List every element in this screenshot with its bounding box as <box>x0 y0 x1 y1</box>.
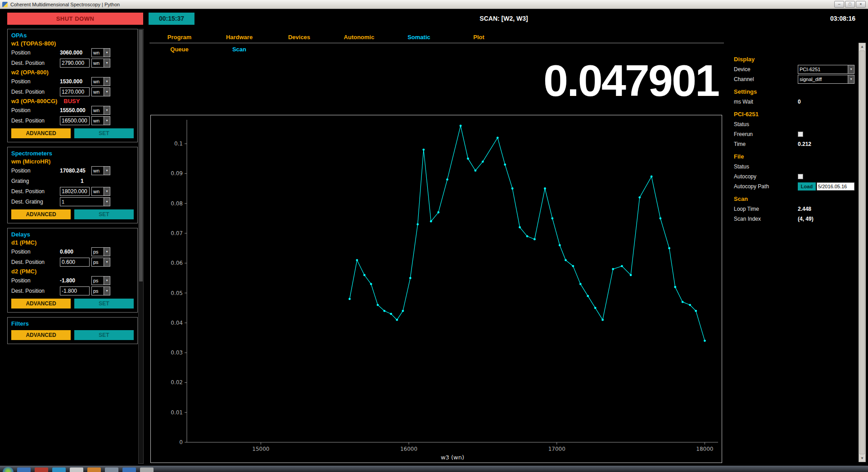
data-point <box>601 319 604 321</box>
device-combo[interactable]: PCI-6251 ▾ <box>798 65 854 74</box>
status-label: Status <box>734 121 798 127</box>
taskbar-app-icon[interactable] <box>122 467 136 472</box>
autocopy-checkbox[interactable] <box>798 174 803 179</box>
taskbar-app-icon[interactable] <box>87 467 101 472</box>
combo-value: signal_diff <box>798 77 848 82</box>
spectrometers-set-button[interactable]: SET <box>74 209 134 219</box>
filters-set-button[interactable]: SET <box>74 330 134 340</box>
maximize-button[interactable]: □ <box>845 1 855 8</box>
combo-value: PCI-6251 <box>798 67 848 72</box>
w3-position-row: Position 15550.000 wn ▾ <box>11 106 134 115</box>
chevron-down-icon: ▾ <box>104 167 110 175</box>
d2-position-units-combo[interactable]: ps ▾ <box>91 276 110 285</box>
d2-dest-input[interactable] <box>60 286 90 295</box>
w3-dest-input[interactable] <box>60 116 90 125</box>
spectrometers-advanced-button[interactable]: ADVANCED <box>11 209 71 219</box>
w3-dest-units-combo[interactable]: wn ▾ <box>91 116 110 125</box>
w2-dest-units-combo[interactable]: wn ▾ <box>91 87 110 96</box>
scroll-down-icon[interactable]: ▼ <box>859 455 865 462</box>
d1-dest-units-combo[interactable]: ps ▾ <box>91 258 110 267</box>
w2-position-units-combo[interactable]: wn ▾ <box>91 77 110 86</box>
tab-somatic[interactable]: Somatic <box>389 32 449 43</box>
sidebar-scrollbar-thumb[interactable] <box>139 30 143 281</box>
d1-position-units-combo[interactable]: ps ▾ <box>91 247 110 256</box>
tab-program[interactable]: Program <box>149 32 209 43</box>
tab-plot[interactable]: Plot <box>449 32 509 43</box>
opa-w1-name: w1 (TOPAS-800) <box>11 40 56 47</box>
combo-value: wn <box>92 60 104 66</box>
ms-wait-label: ms Wait <box>734 99 798 105</box>
delay-d1-header: d1 (PMC) <box>11 239 134 246</box>
data-point <box>416 223 419 226</box>
w1-position-units-combo[interactable]: wn ▾ <box>91 48 110 57</box>
dest-position-label: Dest. Position <box>11 188 60 195</box>
y-tick-label: 0.07 <box>171 230 183 236</box>
d1-dest-row: Dest. Position ps ▾ <box>11 258 134 267</box>
w2-dest-input[interactable] <box>60 87 90 96</box>
combo-value: wn <box>92 118 104 123</box>
wm-dest-grating-combo[interactable]: 1 ▾ <box>60 197 110 206</box>
taskbar-app-icon[interactable] <box>70 467 83 472</box>
tab-devices[interactable]: Devices <box>269 32 329 43</box>
y-tick-label: 0.09 <box>171 170 183 177</box>
w1-dest-units-combo[interactable]: wn ▾ <box>91 59 110 68</box>
scroll-up-icon[interactable]: ▲ <box>859 43 865 50</box>
chevron-down-icon: ▾ <box>104 106 110 114</box>
wm-dest-units-combo[interactable]: wn ▾ <box>91 187 110 196</box>
delays-set-button[interactable]: SET <box>74 299 134 309</box>
dest-position-label: Dest. Position <box>11 118 60 124</box>
chevron-down-icon: ▾ <box>104 49 110 57</box>
autocopy-path-input[interactable] <box>817 182 854 191</box>
channel-combo[interactable]: signal_diff ▾ <box>798 75 854 84</box>
tab-hardware[interactable]: Hardware <box>209 32 269 43</box>
tab-queue[interactable]: Queue <box>149 44 209 55</box>
delays-button-row: ADVANCED SET <box>11 299 134 309</box>
opa-w2-name: w2 (OPA-800) <box>11 69 49 76</box>
minimize-button[interactable]: – <box>834 1 844 8</box>
shutdown-button[interactable]: SHUT DOWN <box>7 13 143 25</box>
chevron-down-icon: ▾ <box>104 117 110 125</box>
filters-advanced-button[interactable]: ADVANCED <box>11 330 71 340</box>
taskbar-app-icon[interactable] <box>140 467 154 472</box>
w1-dest-input[interactable] <box>60 59 90 68</box>
wm-position-value: 17080.245 <box>60 168 90 174</box>
opas-set-button[interactable]: SET <box>74 128 134 138</box>
sidebar-scrollbar[interactable] <box>138 29 144 464</box>
taskbar-app-icon[interactable] <box>35 467 48 472</box>
taskbar-app-icon[interactable] <box>105 467 118 472</box>
delays-advanced-button[interactable]: ADVANCED <box>11 299 71 309</box>
x-axis-label: w3 (wn) <box>441 454 464 461</box>
d2-dest-units-combo[interactable]: ps ▾ <box>91 286 110 295</box>
window-scrollbar-thumb[interactable] <box>859 50 865 454</box>
chevron-down-icon: ▾ <box>104 59 110 67</box>
taskbar-app-icon[interactable] <box>52 467 66 472</box>
start-button[interactable] <box>3 467 14 472</box>
tab-scan[interactable]: Scan <box>209 44 269 55</box>
freerun-label: Freerun <box>734 131 798 137</box>
data-point <box>551 217 553 219</box>
window-titlebar: Coherent Multidimensional Spectroscopy |… <box>0 0 868 9</box>
opas-panel-title: OPAs <box>11 32 134 39</box>
opas-advanced-button[interactable]: ADVANCED <box>11 128 71 138</box>
window-scrollbar[interactable]: ▲ ▼ <box>859 43 866 462</box>
hardware-sidebar: OPAs w1 (TOPAS-800) Position 3060.000 wn… <box>7 29 138 464</box>
close-button[interactable]: × <box>856 1 866 8</box>
autocopy-path-label: Autocopy Path <box>734 183 798 190</box>
delay-d2-header: d2 (PMC) <box>11 268 134 275</box>
load-button[interactable]: Load <box>798 182 816 191</box>
d1-dest-input[interactable] <box>60 258 90 267</box>
dest-position-label: Dest. Position <box>11 259 60 265</box>
freerun-checkbox[interactable] <box>798 132 803 137</box>
spectrometer-wm-header: wm (MicroHR) <box>11 158 134 165</box>
data-point <box>390 313 392 315</box>
x-tick-label: 15000 <box>252 446 269 452</box>
wm-dest-input[interactable] <box>60 187 90 196</box>
w3-position-units-combo[interactable]: wn ▾ <box>91 106 110 115</box>
w1-position-value: 3060.000 <box>60 50 90 56</box>
taskbar-app-icon[interactable] <box>17 467 31 472</box>
data-point <box>579 283 582 285</box>
dest-grating-label: Dest. Grating <box>11 199 60 205</box>
wm-position-units-combo[interactable]: wn ▾ <box>91 166 110 175</box>
window-controls: – □ × <box>834 1 866 8</box>
tab-autonomic[interactable]: Autonomic <box>329 32 389 43</box>
